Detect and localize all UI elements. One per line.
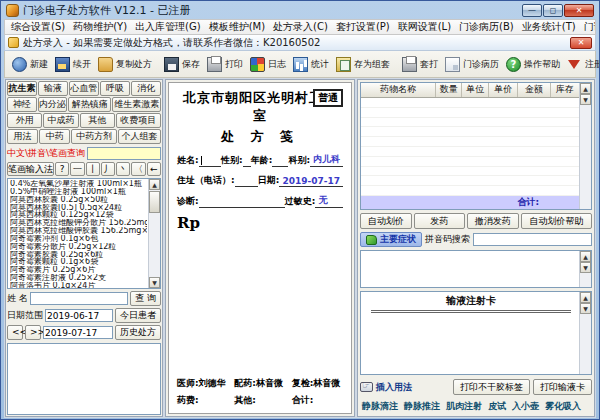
category-charge-items[interactable]: 收费项目 [116,113,161,128]
log-button[interactable]: 日志 [247,55,289,74]
minimize-button[interactable]: — [522,4,542,17]
category-personal-group[interactable]: 个人组套 [118,129,161,144]
field-date-value[interactable]: 2019-07-17 [279,176,343,187]
field-address-blank[interactable] [235,177,258,187]
menu-item[interactable]: 药物维护(Y) [69,19,131,35]
category-herb-formula[interactable]: 中药方剂 [71,129,117,144]
date-from-input[interactable] [45,309,113,322]
drug-list-item[interactable]: 阿莫西林克拉维酸钾分散片 156.25mg×1 [10,219,147,227]
category-usage[interactable]: 用法 [7,129,38,144]
insert-usage-link[interactable]: 插入用法 [376,381,450,394]
outpatient-record-button[interactable]: 门诊病历 [442,55,502,74]
print-infusion-card-button[interactable]: 打印输液卡 [533,379,592,395]
col-stock[interactable]: 库存 [551,83,579,97]
drug-list-item[interactable]: 阿奇霉素胶囊 0.25g×6粒 [10,251,147,259]
drug-list-item[interactable]: 阿莫西林克拉维酸钾胶囊 156.25mg×18粒 [10,227,147,235]
drug-list-item[interactable]: 阿奇霉素颗粒 0.1g×6袋 [10,258,147,266]
field-dept-value[interactable]: 内儿科 [310,153,343,167]
main-symptoms-tab[interactable]: 主要症状 [360,232,422,247]
stroke-key-button[interactable]: 〈 [131,162,145,176]
infusion-card-body[interactable] [363,312,579,372]
patient-name-input[interactable] [30,292,128,305]
col-unit-price[interactable]: 单价 [489,83,518,97]
usage-link[interactable]: 雾化吸入 [545,400,581,413]
overlay-print-button[interactable]: 套打 [399,55,441,74]
drug-list-item[interactable]: 阿奇霉素冲剂 0.1g×6包 [10,235,147,243]
prev-page-button[interactable]: << [7,325,23,340]
category-antipyretic[interactable]: 解热镇痛 [68,97,111,112]
col-amount[interactable]: 金额 [518,83,550,97]
drug-list-item[interactable]: 阿莫西林颗粒 0.125g×12袋 [10,211,147,219]
category-cardio[interactable]: 心血管 [69,81,99,96]
scroll-up-icon[interactable]: ▲ [580,83,591,94]
field-gender-blank[interactable] [243,157,251,167]
scroll-down-icon[interactable]: ▼ [580,262,591,273]
drug-list-item[interactable]: 0.5%甲硝唑注射液 100ml×1瓶 [10,188,147,196]
field-name-blank[interactable] [199,157,221,167]
drug-list-item[interactable]: 阿奇霉素分散片 0.25g×12粒 [10,243,147,251]
scroll-down-icon[interactable]: ▼ [580,303,591,314]
maximize-button[interactable]: ◻ [543,4,563,17]
continue-button[interactable]: 续开 [52,55,94,74]
category-other[interactable]: 其他 [80,113,115,128]
drug-list-item[interactable]: 0.4%左氧氟沙星注射液 100ml×1瓶 [10,180,147,188]
drug-list-item[interactable]: 阿奇霉素注射液 0.25×2支 [10,274,147,282]
history-prescriptions-button[interactable]: 历史处方 [115,325,161,340]
register-button[interactable]: 注册 [564,55,600,74]
field-age-blank[interactable] [272,157,288,167]
new-button[interactable]: 新建 [9,55,51,74]
drug-list-item[interactable]: 阿莫西林胶囊 0.25g×50粒 [10,196,147,204]
category-antibiotics[interactable]: 抗生素 [7,81,37,96]
auto-price-button[interactable]: 自动划价 [360,213,412,229]
usage-link[interactable]: 肌肉注射 [446,400,482,413]
category-nervous[interactable]: 神经 [7,97,37,112]
scroll-up-icon[interactable]: ▲ [149,179,160,190]
usage-link[interactable]: 静脉滴注 [362,400,398,413]
usage-link[interactable]: 静脉推注 [404,400,440,413]
print-sticker-button[interactable]: 打印不干胶标签 [453,379,530,395]
menu-item[interactable]: 处方录入(C) [269,19,332,35]
menu-item[interactable]: 套打设置(P) [332,19,394,35]
category-herbs[interactable]: 中药 [39,129,70,144]
drug-list-item[interactable]: 阿昔洛韦片 0.1g×24片 [10,282,147,289]
category-infusion[interactable]: 输液 [38,81,68,96]
patient-result-list[interactable] [7,343,161,415]
drug-list-item[interactable]: 阿莫西林胶囊[0.5] 0.5g×24粒 [10,204,147,212]
infusion-scrollbar[interactable]: ▲ ▼ [579,292,591,374]
field-diagnosis-blank[interactable] [199,198,285,208]
usage-link[interactable]: 皮试 [488,400,506,413]
menu-item[interactable]: 门诊病历(B) [455,19,518,35]
pinyin-search-input[interactable] [473,233,592,246]
col-drug-name[interactable]: 药物名称 [361,83,436,97]
table-scrollbar[interactable]: ▲ ▼ [579,83,591,209]
stroke-key-button[interactable]: ← [147,162,161,176]
menu-item[interactable]: 出入库管理(G) [131,19,205,35]
category-respiratory[interactable]: 呼吸 [100,81,130,96]
category-external[interactable]: 外用 [7,113,42,128]
scroll-up-icon[interactable]: ▲ [580,251,591,262]
usage-link[interactable]: 入小壶 [512,400,539,413]
field-allergy-value[interactable]: 无 [315,194,343,208]
statistics-button[interactable]: 统计 [290,55,332,74]
help-button[interactable]: ?操作帮助 [503,55,563,74]
category-endocrine[interactable]: 内分泌 [38,97,68,112]
stroke-key-button[interactable]: 一 [70,162,84,176]
cancel-dispense-button[interactable]: 撤消发药 [467,213,519,229]
scroll-up-icon[interactable]: ▲ [580,292,591,303]
drug-list-scrollbar[interactable]: ▲ ▼ [148,179,160,288]
copy-prescription-button[interactable]: 复制处方 [95,55,155,74]
menu-item[interactable]: 门诊日志(Z) [580,19,596,35]
stroke-key-button[interactable]: 丶 [116,162,130,176]
col-quantity[interactable]: 数量 [436,83,463,97]
symptoms-textarea[interactable]: ▲ ▼ [360,250,592,288]
scroll-down-icon[interactable]: ▼ [580,94,591,105]
category-vitamin-hormone[interactable]: 维生素激素 [112,97,161,112]
print-button[interactable]: 打印 [204,55,246,74]
child-close-button[interactable]: ✕ [570,37,592,49]
prescription-body[interactable] [177,232,343,373]
symptoms-scrollbar[interactable]: ▲ ▼ [579,251,591,287]
scrollbar-thumb[interactable] [149,191,160,213]
menu-item[interactable]: 综合设置(S) [7,19,69,35]
category-digestive[interactable]: 消化 [131,81,161,96]
drug-search-input[interactable] [87,147,161,160]
